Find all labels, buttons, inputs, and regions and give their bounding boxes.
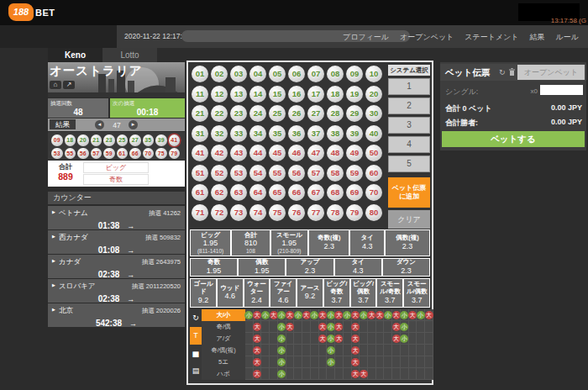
keno-ball-14[interactable]: 14 [249, 86, 266, 103]
keno-ball-63[interactable]: 63 [230, 184, 247, 201]
odds-cell-偶数(複)[interactable]: 偶数(複)2.3 [386, 230, 429, 256]
add-to-betslip-button[interactable]: ベット伝票に追加 [388, 177, 430, 208]
keno-ball-42[interactable]: 42 [211, 145, 228, 161]
keno-ball-59[interactable]: 59 [346, 165, 363, 182]
keno-ball-67[interactable]: 67 [307, 184, 324, 201]
keno-ball-06[interactable]: 06 [288, 66, 305, 82]
tab-keno[interactable]: Keno [48, 48, 102, 62]
tab-lotto[interactable]: Lotto [102, 48, 157, 62]
system-option-5[interactable]: 5 [388, 155, 430, 172]
results-button[interactable]: 結果 [50, 119, 76, 129]
keno-ball-50[interactable]: 50 [365, 145, 382, 161]
keno-ball-55[interactable]: 55 [269, 165, 286, 182]
nav-item-3[interactable]: 結果 [530, 32, 545, 43]
keno-ball-57[interactable]: 57 [307, 165, 324, 182]
counter-row-3[interactable]: ▶スロバキア抽選 201122052002:38→ [48, 279, 185, 303]
refresh-icon[interactable]: ↻ [190, 309, 202, 327]
keno-ball-28[interactable]: 28 [327, 105, 344, 122]
odds-cell-スモール[interactable]: スモール1.95(210-809) [271, 230, 307, 256]
keno-ball-64[interactable]: 64 [249, 184, 266, 201]
keno-ball-01[interactable]: 01 [192, 66, 208, 82]
system-option-2[interactable]: 2 [388, 98, 430, 114]
keno-ball-77[interactable]: 77 [307, 204, 324, 221]
go-icon[interactable]: → [127, 295, 134, 303]
odds-cell-ビッグ[interactable]: ビッグ1.95(811-1410) [191, 230, 230, 256]
odds-cell-奇数[interactable]: 奇数1.95 [191, 259, 237, 276]
keno-ball-60[interactable]: 60 [365, 165, 382, 182]
keno-ball-18[interactable]: 18 [327, 86, 344, 103]
prev-round-icon[interactable]: ◄ [95, 120, 104, 129]
odds-cell-スモール/偶数[interactable]: スモール/偶数3.7 [404, 279, 429, 307]
keno-ball-29[interactable]: 29 [346, 105, 363, 122]
keno-ball-62[interactable]: 62 [211, 184, 228, 201]
keno-ball-31[interactable]: 31 [192, 125, 208, 142]
keno-ball-12[interactable]: 12 [211, 86, 228, 103]
odds-cell-奇数(複)[interactable]: 奇数(複)2.3 [309, 230, 349, 256]
keno-ball-24[interactable]: 24 [249, 105, 266, 122]
roadmap-tab-4[interactable]: 5エ [202, 356, 245, 368]
open-bets-button[interactable]: オープンベット [517, 65, 585, 80]
keno-ball-61[interactable]: 61 [192, 184, 208, 201]
keno-ball-47[interactable]: 47 [307, 145, 324, 161]
keno-ball-30[interactable]: 30 [365, 105, 382, 122]
keno-ball-56[interactable]: 56 [288, 165, 305, 182]
keno-ball-72[interactable]: 72 [211, 204, 228, 221]
keno-ball-70[interactable]: 70 [365, 184, 382, 201]
odds-cell-ゴールド[interactable]: ゴールド9.2 [191, 279, 216, 307]
keno-ball-35[interactable]: 35 [269, 125, 286, 142]
keno-ball-16[interactable]: 16 [288, 86, 305, 103]
keno-ball-51[interactable]: 51 [192, 165, 208, 182]
keno-ball-25[interactable]: 25 [269, 105, 286, 122]
list-icon[interactable]: ▤ [190, 362, 202, 380]
place-bet-button[interactable]: ベットする [442, 131, 585, 147]
keno-ball-43[interactable]: 43 [230, 145, 247, 161]
go-icon[interactable]: → [129, 319, 137, 328]
nav-item-4[interactable]: ルール [556, 32, 579, 43]
keno-ball-32[interactable]: 32 [211, 125, 228, 142]
odds-cell-アップ[interactable]: アップ2.3 [286, 259, 333, 276]
home-icon[interactable]: ⌂ [50, 81, 61, 89]
roadmap-tab-5[interactable]: ハボ [202, 368, 245, 380]
keno-ball-19[interactable]: 19 [346, 86, 363, 103]
counter-row-0[interactable]: ▶ベトナム抽選 4126201:38→ [48, 206, 185, 229]
odds-cell-タイ[interactable]: タイ4.3 [350, 230, 384, 256]
keno-ball-09[interactable]: 09 [346, 66, 363, 82]
keno-ball-26[interactable]: 26 [288, 105, 305, 122]
keno-ball-53[interactable]: 53 [230, 165, 247, 182]
odds-cell-ビッグ/偶数[interactable]: ビッグ/偶数3.7 [351, 279, 376, 307]
keno-ball-33[interactable]: 33 [230, 125, 247, 142]
system-option-4[interactable]: 4 [388, 136, 430, 153]
keno-ball-07[interactable]: 07 [307, 66, 324, 82]
keno-ball-80[interactable]: 80 [365, 204, 382, 221]
odds-cell-ウッド[interactable]: ウッド4.6 [218, 279, 243, 307]
big-road-icon[interactable]: T [190, 327, 202, 345]
odds-cell-ビッグ/奇数[interactable]: ビッグ/奇数3.7 [324, 279, 349, 307]
keno-ball-71[interactable]: 71 [192, 204, 208, 221]
refresh-icon[interactable]: ↻ [499, 68, 506, 76]
system-option-1[interactable]: 1 [388, 78, 430, 95]
odds-cell-アース[interactable]: アース9.2 [297, 279, 323, 307]
keno-ball-73[interactable]: 73 [230, 204, 247, 221]
roadmap-tab-3[interactable]: 奇/偶(複) [202, 345, 245, 356]
keno-ball-48[interactable]: 48 [327, 145, 344, 161]
arrow-icon[interactable]: ↗ [63, 81, 75, 89]
keno-ball-76[interactable]: 76 [288, 204, 305, 221]
odds-cell-偶数[interactable]: 偶数1.95 [239, 259, 285, 276]
stake-input[interactable] [540, 85, 583, 95]
keno-ball-22[interactable]: 22 [211, 105, 228, 122]
system-option-3[interactable]: 3 [388, 117, 430, 134]
odds-cell-合計[interactable]: 合計810108 [232, 230, 269, 256]
keno-ball-52[interactable]: 52 [211, 165, 228, 182]
keno-ball-40[interactable]: 40 [365, 125, 382, 142]
keno-ball-03[interactable]: 03 [230, 66, 247, 82]
keno-ball-39[interactable]: 39 [346, 125, 363, 142]
keno-ball-23[interactable]: 23 [230, 105, 247, 122]
keno-ball-68[interactable]: 68 [327, 184, 344, 201]
odds-cell-ファイアー[interactable]: ファイアー4.6 [270, 279, 296, 307]
counter-row-4[interactable]: ▶北京抽選 2020026542:38→ [48, 303, 185, 327]
keno-ball-69[interactable]: 69 [346, 184, 363, 201]
nav-item-2[interactable]: ステートメント [465, 32, 518, 43]
nav-item-1[interactable]: オープンベット [400, 32, 454, 43]
keno-ball-37[interactable]: 37 [307, 125, 324, 142]
keno-ball-05[interactable]: 05 [269, 66, 286, 82]
